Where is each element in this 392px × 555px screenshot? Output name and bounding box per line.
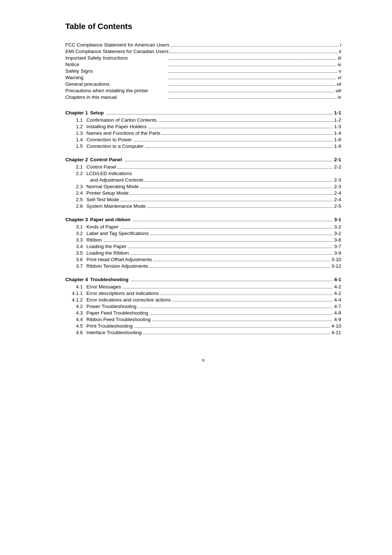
dots [125, 161, 332, 161]
section-row: 2.1Control Panel2-2 [65, 164, 341, 170]
section-rows: 4.1Error Messages4-24.1.1Error descripti… [65, 284, 341, 335]
section-rows: 3.1Kinds of Paper3-23.2Label and Tag Spe… [65, 224, 341, 269]
dots [107, 114, 333, 114]
dots [150, 267, 330, 268]
prelim-page-num: v [339, 68, 341, 74]
section-title: Power Troubleshooting [86, 304, 136, 309]
section-page-num: 3-9 [334, 250, 341, 256]
section-num: 4.1 [65, 284, 86, 289]
section-num: 3.7 [65, 263, 86, 269]
section-page-num: 4-2 [334, 284, 341, 289]
section-row: 4.1.2Error indications and corrective ac… [65, 297, 341, 303]
dots [168, 66, 336, 66]
chapter-block: Chapter 1Setup1-11.1Confirmation of Cart… [65, 110, 341, 149]
section-row: 3.4Loading the Paper3-7 [65, 244, 341, 249]
section-page-num: 4-8 [334, 310, 341, 316]
prelim-page-num: vii [336, 81, 341, 87]
section-num: 4.6 [65, 330, 86, 335]
prelim-row: Chapters in this manualix [65, 94, 341, 100]
section-num: 4.5 [65, 323, 86, 329]
section-num: 3.2 [65, 231, 86, 236]
prelim-page-num: iii [338, 55, 341, 61]
section-title: Connection to a Computer [86, 143, 144, 149]
section-num: 2.6 [65, 203, 86, 209]
chapter-header-row: Chapter 1Setup1-1 [65, 110, 341, 116]
section-title: Ribbon Feed Troubleshooting [86, 317, 151, 322]
section-num: 1.5 [65, 143, 86, 149]
dots [133, 221, 332, 221]
section-num: 1.1 [65, 117, 86, 123]
section-row: 2.5Self-Test Mode2-4 [65, 197, 341, 202]
section-title: Error descriptions and indications [86, 291, 159, 296]
section-title: Names and Functions of the Parts [86, 130, 160, 136]
section-row: 2.3Normal Operating Mode2-3 [65, 184, 341, 189]
section-title: Paper Feed Troubleshooting [86, 310, 148, 316]
section-num: 3.5 [65, 250, 86, 256]
chapter-label: Chapter 3 [65, 217, 88, 222]
section-page-num: 1-4 [334, 130, 341, 136]
dots [160, 295, 333, 295]
section-rows: 2.1Control Panel2-22.2LCD/LED Indication… [65, 164, 341, 209]
section-title: System Maintenance Mode [86, 203, 146, 209]
dots [148, 128, 333, 128]
dots [134, 327, 330, 328]
section-row: 3.6Print Head Offset Adjustments3-10 [65, 257, 341, 262]
section-title: Loading the Ribbon [86, 250, 129, 256]
dots [143, 334, 330, 334]
prelim-row: Safety Signsv [65, 68, 341, 74]
section-rows: 1.1Confirmation of Carton Contents1-21.2… [65, 117, 341, 149]
dots [152, 321, 332, 321]
prelim-row: Precautions when installing the printerv… [65, 88, 341, 93]
section-row: 1.5Connection to a Computer1-9 [65, 143, 341, 149]
prelim-page-num: ii [339, 49, 341, 54]
section-row: 2.4Printer Setup Mode2-4 [65, 190, 341, 196]
section-subtitle-text: and Adjustment Controls [90, 177, 143, 183]
section-page-num: 2-4 [334, 190, 341, 196]
section-row: 1.1Confirmation of Carton Contents1-2 [65, 117, 341, 123]
dots [118, 168, 333, 169]
page-footer: x [65, 357, 341, 362]
section-row: 3.3Ribbon3-6 [65, 237, 341, 243]
section-page-num: 3-2 [334, 231, 341, 236]
section-page-num: 3-10 [331, 257, 341, 262]
chapter-label: Chapter 2 [65, 157, 88, 162]
chapter-block: Chapter 4Troubleshooting4-14.1Error Mess… [65, 277, 341, 335]
prelim-row: FCC Compliance Statement for American Us… [65, 42, 341, 48]
dots [145, 181, 332, 182]
chapter-block: Chapter 2Control Panel2-12.1Control Pane… [65, 157, 341, 209]
dots [138, 308, 332, 308]
section-row: 3.1Kinds of Paper3-2 [65, 224, 341, 230]
footer-page-num: x [202, 357, 205, 362]
section-row: 4.2Power Troubleshooting4-7 [65, 304, 341, 309]
section-title: Ribbon Tension Adjustments [86, 263, 148, 269]
chapter-page-num: 3-1 [334, 217, 341, 222]
dots [140, 188, 332, 188]
prelim-row: Important Safety Instructionsiii [65, 55, 341, 61]
section-page-num: 3-7 [334, 244, 341, 249]
prelim-page-num: iv [338, 62, 341, 67]
section-title: Control Panel [86, 164, 116, 170]
prelim-page-num: vi [338, 75, 341, 80]
prelim-entry-title: Chapters in this manual [65, 94, 167, 100]
prelim-entry-title: Notice [65, 62, 167, 67]
section-num: 4.2 [65, 304, 86, 309]
section-page-num: 4-10 [331, 323, 341, 329]
section-row: 4.4Ribbon Feed Troubleshooting4-9 [65, 317, 341, 322]
prelim-section: FCC Compliance Statement for American Us… [65, 42, 341, 100]
dots [150, 235, 333, 235]
chapter-title: Troubleshooting [90, 277, 128, 282]
section-page-num: 3-6 [334, 237, 341, 243]
prelim-entry-title: General precautions [65, 81, 167, 87]
section-page-num: 1-2 [334, 117, 341, 123]
section-num: 2.5 [65, 197, 86, 202]
chapter-header-row: Chapter 4Troubleshooting4-1 [65, 277, 341, 282]
prelim-page-num: ix [338, 94, 341, 100]
section-page-num: 2-4 [334, 197, 341, 202]
dots [128, 248, 332, 248]
section-page-num: 2-3 [334, 184, 341, 189]
section-row: 4.1Error Messages4-2 [65, 284, 341, 289]
prelim-page-num: viii [335, 88, 341, 93]
section-row: 2.2LCD/LED Indications [65, 171, 341, 176]
section-title: Ribbon [86, 237, 102, 243]
section-num: 3.4 [65, 244, 86, 249]
